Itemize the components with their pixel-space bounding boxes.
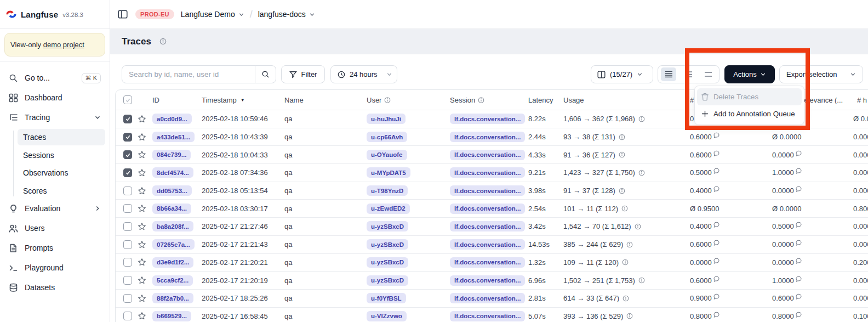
select-all-checkbox[interactable] [123, 95, 132, 104]
trace-id-badge[interactable]: ba8a208f... [152, 221, 193, 231]
row-height-medium-button[interactable] [681, 67, 696, 81]
trace-id-badge[interactable]: a433de51... [152, 132, 195, 142]
sidebar-item-observations[interactable]: Observations [18, 165, 105, 181]
info-icon[interactable] [635, 223, 641, 230]
trace-id-badge[interactable]: 8b66a34... [152, 204, 191, 214]
info-icon[interactable] [159, 38, 167, 45]
sidebar-item-datasets[interactable]: Datasets [4, 279, 105, 296]
column-visibility-button[interactable]: (15/27) [591, 65, 653, 83]
session-badge[interactable]: lf.docs.conversation... [450, 114, 525, 124]
sidebar-item-playground[interactable]: Playground [4, 259, 105, 276]
column-header-id[interactable]: ID [152, 96, 159, 104]
session-badge[interactable]: lf.docs.conversation... [450, 221, 525, 231]
column-header-user[interactable]: User [367, 96, 391, 104]
row-checkbox[interactable] [123, 133, 132, 142]
breadcrumb-project[interactable]: langfuse-docs [258, 10, 315, 19]
trace-id-badge[interactable]: d3e9d1f2... [152, 257, 193, 268]
row-checkbox[interactable] [123, 187, 132, 195]
star-icon[interactable] [138, 276, 146, 285]
filter-button[interactable]: Filter [281, 65, 325, 83]
row-checkbox[interactable] [123, 294, 132, 303]
user-badge[interactable]: u-cp66Avh [367, 132, 407, 142]
star-icon[interactable] [138, 150, 146, 159]
export-selection-button[interactable]: Export selection [779, 65, 863, 83]
trace-id-badge[interactable]: b669529... [152, 311, 191, 321]
table-row[interactable]: 88f2a7b0... 2025-02-17 18:25:26 qa u-f0Y… [116, 290, 868, 308]
table-row[interactable]: b669529... 2025-02-17 16:58:45 qa u-VIZz… [116, 308, 868, 322]
session-badge[interactable]: lf.docs.conversation... [450, 185, 525, 196]
session-badge[interactable]: lf.docs.conversation... [450, 150, 525, 160]
user-badge[interactable]: u-VIZzvwo [367, 311, 407, 321]
sidebar-item-tracing[interactable]: Tracing [4, 109, 105, 126]
session-badge[interactable]: lf.docs.conversation... [450, 204, 525, 214]
row-checkbox[interactable] [123, 276, 132, 285]
info-icon[interactable] [626, 313, 633, 319]
table-row[interactable]: d3e9d1f2... 2025-02-17 21:20:21 qa u-yzS… [116, 254, 868, 272]
user-badge[interactable]: u-MYpDAT5 [367, 167, 410, 178]
row-checkbox[interactable] [123, 115, 132, 123]
star-icon[interactable] [138, 240, 146, 249]
session-badge[interactable]: lf.docs.conversation... [450, 311, 525, 321]
table-row[interactable]: dd05753... 2025-02-18 05:13:54 qa u-T98Y… [116, 182, 868, 200]
menu-item-add-to-annotation-queue[interactable]: Add to Annotation Queue [697, 105, 802, 122]
star-icon[interactable] [138, 222, 146, 231]
column-header-name[interactable]: Name [284, 96, 304, 104]
column-header-latency[interactable]: Latency [528, 96, 553, 104]
menu-item-delete-traces[interactable]: Delete Traces [697, 88, 802, 105]
row-height-tall-button[interactable] [701, 67, 716, 81]
sidebar-item-users[interactable]: Users [4, 220, 105, 236]
row-checkbox[interactable] [123, 204, 132, 213]
info-icon[interactable] [622, 259, 629, 265]
table-row[interactable]: 8b66a34... 2025-02-18 03:30:17 qa u-zEwd… [116, 200, 868, 218]
user-badge[interactable]: u-huJhuJi [367, 114, 406, 124]
star-icon[interactable] [138, 294, 146, 303]
info-icon[interactable] [623, 295, 629, 302]
user-badge[interactable]: u-yzSBxcD [367, 257, 408, 268]
banner-link[interactable]: demo project [43, 41, 84, 49]
trace-id-badge[interactable]: 8dcf4574... [152, 167, 193, 178]
table-row[interactable]: 5cca9cf2... 2025-02-17 21:20:19 qa u-yzS… [116, 272, 868, 290]
trace-id-badge[interactable]: 5cca9cf2... [152, 275, 193, 286]
user-badge[interactable]: u-OYauofc [367, 150, 407, 160]
info-icon[interactable] [619, 151, 625, 158]
session-badge[interactable]: lf.docs.conversation... [450, 275, 525, 286]
row-checkbox[interactable] [123, 258, 132, 267]
user-badge[interactable]: u-f0YfBSL [367, 293, 406, 303]
column-header-session[interactable]: Session [450, 96, 484, 104]
info-icon[interactable] [626, 241, 633, 248]
table-row[interactable]: 084c739... 2025-02-18 10:04:33 qa u-OYau… [116, 146, 868, 164]
info-icon[interactable] [619, 188, 625, 194]
user-badge[interactable]: u-zEwdED2 [367, 204, 410, 214]
session-badge[interactable]: lf.docs.conversation... [450, 239, 525, 250]
row-checkbox[interactable] [123, 150, 132, 159]
info-icon[interactable] [638, 116, 645, 122]
user-badge[interactable]: u-T98YnzD [367, 185, 408, 196]
table-row[interactable]: a433de51... 2025-02-18 10:43:39 qa u-cp6… [116, 128, 868, 146]
sidebar-item-scores[interactable]: Scores [18, 183, 105, 199]
column-header-score-c[interactable]: # h [857, 96, 867, 104]
sidebar-item-prompts[interactable]: Prompts [4, 240, 105, 256]
row-height-compact-button[interactable] [661, 67, 676, 81]
row-checkbox[interactable] [123, 222, 132, 231]
sidebar-toggle-icon[interactable] [118, 10, 128, 19]
column-header-timestamp[interactable]: Timestamp▼ [202, 96, 245, 104]
info-icon[interactable] [621, 205, 628, 212]
actions-button[interactable]: Actions [724, 65, 775, 83]
row-checkbox[interactable] [123, 312, 132, 320]
column-header-score-a[interactable]: # [690, 96, 694, 104]
sidebar-item-sessions[interactable]: Sessions [18, 147, 105, 163]
trace-id-badge[interactable]: dd05753... [152, 185, 192, 196]
star-icon[interactable] [138, 187, 146, 195]
star-icon[interactable] [138, 204, 146, 213]
info-icon[interactable] [638, 277, 645, 284]
star-icon[interactable] [138, 258, 146, 267]
row-checkbox[interactable] [123, 240, 132, 249]
trace-id-badge[interactable]: 084c739... [152, 150, 191, 160]
row-checkbox[interactable] [123, 168, 132, 177]
sidebar-item-evaluation[interactable]: Evaluation [4, 200, 105, 217]
trace-id-badge[interactable]: a0cd0d9... [152, 114, 192, 124]
breadcrumb-org[interactable]: Langfuse Demo [181, 10, 244, 19]
trace-id-badge[interactable]: 07265c7a... [152, 239, 195, 250]
star-icon[interactable] [138, 133, 146, 142]
info-icon[interactable] [638, 170, 645, 176]
